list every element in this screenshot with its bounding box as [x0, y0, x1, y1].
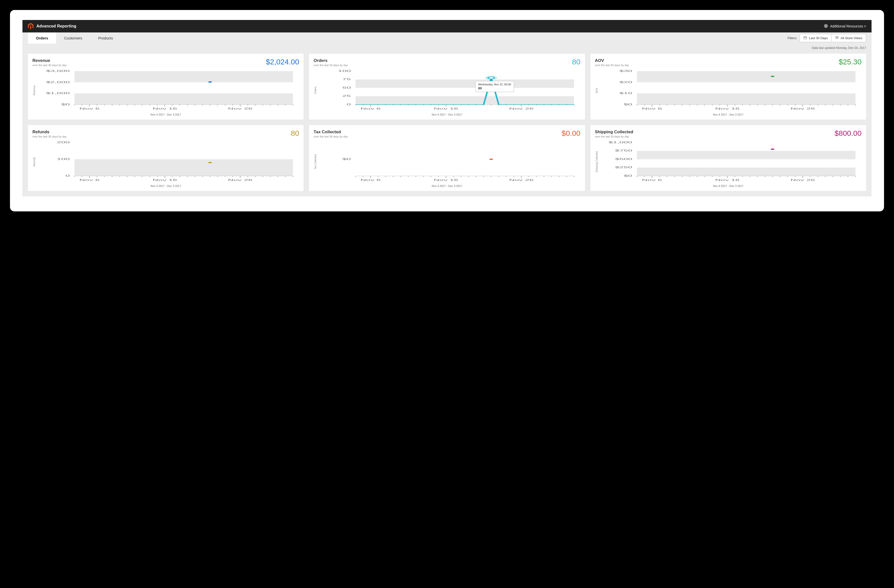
card-subtitle: over the last 30 days by day: [32, 135, 66, 138]
svg-text:Nov 6: Nov 6: [642, 107, 662, 110]
svg-text:50: 50: [342, 86, 351, 89]
filters-label: Filters:: [787, 36, 797, 40]
svg-rect-209: [637, 168, 855, 176]
tab-customers[interactable]: Customers: [56, 32, 90, 44]
card-tax: Tax Collected over the last 30 days by d…: [309, 125, 585, 191]
date-range-caption: Nov 4 2017 - Dec 3 2017: [314, 113, 580, 116]
y-axis-label: Orders: [314, 69, 317, 112]
svg-rect-93: [637, 93, 855, 104]
svg-text:75: 75: [342, 78, 351, 81]
svg-text:Nov 16: Nov 16: [715, 179, 739, 181]
date-range-caption: Nov 4 2017 - Dec 3 2017: [595, 184, 862, 187]
tab-orders[interactable]: Orders: [28, 32, 56, 44]
svg-text:0: 0: [65, 174, 69, 177]
additional-resources-link[interactable]: Additional Resources >: [824, 24, 866, 29]
svg-point-208: [489, 159, 494, 160]
svg-text:$1,000: $1,000: [609, 141, 632, 144]
y-axis-label: AOV: [595, 69, 598, 112]
svg-rect-9: [74, 93, 293, 104]
card-subtitle: over the last 30 days by day: [595, 63, 629, 67]
svg-rect-51: [356, 80, 574, 88]
svg-rect-10: [74, 71, 293, 82]
card-refunds: Refunds over the last 30 days by day 80 …: [28, 125, 304, 191]
chart-plot[interactable]: $0$10$20$30 Nov 6Nov 16Nov 26: [598, 69, 862, 112]
card-title: Revenue: [32, 58, 66, 63]
y-axis-label: Revenue: [32, 69, 36, 112]
svg-rect-210: [637, 151, 855, 159]
card-title: Refunds: [32, 130, 66, 135]
card-subtitle: over the last 30 days by day: [32, 63, 66, 67]
svg-rect-4: [804, 37, 807, 39]
card-title: Orders: [314, 58, 348, 63]
svg-text:$0: $0: [61, 103, 70, 106]
svg-text:$0: $0: [624, 103, 632, 106]
card-revenue: Revenue over the last 30 days by day $2,…: [28, 54, 304, 119]
svg-point-133: [770, 76, 775, 77]
svg-text:$2,000: $2,000: [46, 81, 70, 84]
card-value: 80: [572, 58, 580, 66]
resources-label: Additional Resources >: [830, 24, 866, 28]
tab-products[interactable]: Products: [90, 32, 121, 44]
filter-date-range[interactable]: Last 30 Days: [800, 34, 831, 42]
card-title: AOV: [595, 58, 629, 63]
svg-text:$10: $10: [619, 92, 632, 95]
tooltip: Wednesday, Nov 22, 00:00 80: [476, 81, 514, 92]
card-title: Tax Collected: [314, 130, 348, 135]
card-subtitle: over the last 30 days by day: [314, 63, 348, 67]
svg-text:Nov 16: Nov 16: [434, 107, 458, 110]
svg-text:$500: $500: [615, 158, 632, 160]
svg-rect-50: [356, 96, 574, 105]
svg-text:0: 0: [347, 103, 351, 106]
filter-store-scope[interactable]: All Store Views: [831, 34, 866, 42]
svg-rect-134: [74, 159, 293, 176]
y-axis-label: Tax Collected: [314, 141, 317, 183]
app-title: Advanced Reporting: [36, 24, 76, 29]
svg-text:Nov 16: Nov 16: [434, 179, 458, 181]
tooltip-value: 80: [478, 86, 511, 90]
sub-bar: Orders Customers Products Filters: Last …: [23, 32, 871, 44]
chart-plot[interactable]: 0255075100 Nov 6Nov 16Nov 26 Wednesday, …: [317, 69, 580, 112]
card-value: $2,024.00: [266, 58, 299, 66]
svg-text:Nov 6: Nov 6: [361, 107, 381, 110]
chart-plot[interactable]: $0 Nov 6Nov 16Nov 26: [317, 141, 580, 183]
svg-text:$3,000: $3,000: [46, 70, 70, 73]
svg-text:25: 25: [342, 95, 351, 97]
svg-text:Nov 26: Nov 26: [790, 179, 815, 181]
svg-text:Nov 16: Nov 16: [153, 179, 177, 181]
svg-text:$0: $0: [624, 174, 632, 177]
svg-text:$30: $30: [619, 70, 632, 73]
tabs: Orders Customers Products: [28, 32, 121, 44]
card-subtitle: over the last 30 days by day: [595, 135, 633, 138]
svg-text:$750: $750: [615, 149, 632, 152]
y-axis-label: Shipping Collected: [595, 141, 598, 183]
card-title: Shipping Collected: [595, 130, 633, 135]
svg-text:Nov 6: Nov 6: [361, 179, 381, 181]
top-bar: Advanced Reporting Additional Resources …: [23, 20, 871, 32]
svg-text:100: 100: [338, 70, 351, 73]
chart-plot[interactable]: 0100200 Nov 6Nov 16Nov 26: [36, 141, 299, 183]
magento-logo-icon: [28, 23, 33, 29]
svg-text:$0: $0: [342, 158, 351, 160]
calendar-icon: [803, 36, 807, 40]
chart-plot[interactable]: $0$1,000$2,000$3,000 Nov 6Nov 16Nov 26: [36, 69, 299, 112]
svg-text:Nov 26: Nov 26: [509, 179, 533, 181]
tooltip-label: Wednesday, Nov 22, 00:00: [478, 83, 511, 86]
date-range-caption: Nov 4 2017 - Dec 3 2017: [595, 113, 862, 116]
date-range-caption: Nov 4 2017 - Dec 3 2017: [314, 184, 580, 187]
svg-text:Nov 26: Nov 26: [228, 107, 252, 110]
svg-text:Nov 26: Nov 26: [228, 179, 252, 181]
chart-plot[interactable]: $0$250$500$750$1,000 Nov 6Nov 16Nov 26: [598, 141, 862, 183]
store-icon: [835, 36, 839, 40]
card-value: $800.00: [835, 130, 862, 137]
resources-icon: [824, 24, 828, 29]
svg-text:Nov 16: Nov 16: [715, 107, 739, 110]
svg-text:Nov 6: Nov 6: [642, 179, 662, 181]
cards-grid: Revenue over the last 30 days by day $2,…: [23, 51, 871, 197]
svg-text:Nov 6: Nov 6: [79, 107, 100, 110]
svg-rect-94: [637, 71, 855, 82]
last-updated: Data last updated Monday, Dec 04, 2017: [23, 44, 871, 51]
card-subtitle: over the last 30 days by day: [314, 135, 348, 138]
svg-text:100: 100: [57, 158, 70, 160]
app-window: Advanced Reporting Additional Resources …: [23, 20, 871, 197]
svg-text:Nov 16: Nov 16: [153, 107, 177, 110]
